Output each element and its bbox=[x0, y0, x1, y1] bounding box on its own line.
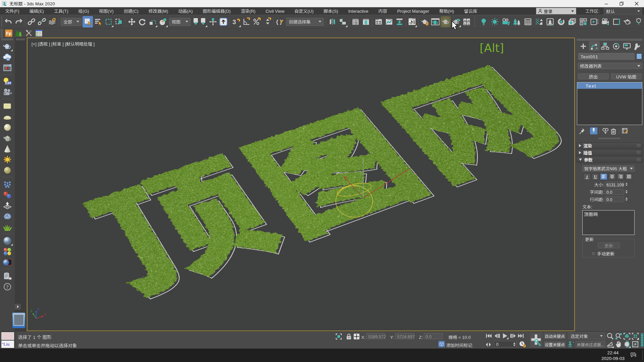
menu-15[interactable]: 内容 bbox=[373, 7, 392, 15]
time-config-button[interactable] bbox=[519, 341, 527, 348]
menu-7[interactable]: 修改器(M) bbox=[144, 7, 173, 15]
make-unique-button[interactable] bbox=[602, 127, 609, 134]
underline-button[interactable]: U bbox=[592, 173, 599, 180]
panel-grip[interactable] bbox=[577, 39, 642, 41]
orbit-button[interactable] bbox=[623, 340, 631, 348]
vray-help-button[interactable]: ? bbox=[2, 281, 13, 292]
lock-button[interactable] bbox=[345, 333, 353, 341]
menu-17[interactable]: 帮助(H) bbox=[434, 7, 459, 15]
menu-6[interactable]: 创建(C) bbox=[119, 7, 144, 15]
vray-vfb-button[interactable] bbox=[2, 62, 13, 73]
zoom-extents-button[interactable] bbox=[623, 332, 631, 340]
spinner-down-icon[interactable] bbox=[626, 185, 628, 186]
lc-bulb2-button[interactable] bbox=[633, 16, 644, 27]
render-setup-button[interactable] bbox=[420, 16, 430, 27]
geo-dome-button[interactable] bbox=[2, 111, 13, 122]
curve-editor-button[interactable] bbox=[384, 16, 394, 27]
coords-button[interactable] bbox=[353, 333, 361, 341]
lc-fire-button[interactable] bbox=[555, 16, 567, 27]
scale-button[interactable] bbox=[147, 16, 158, 27]
vray-sphere-big-button[interactable] bbox=[2, 235, 13, 246]
pivot-center-button[interactable] bbox=[192, 16, 208, 27]
configure-sets-button[interactable] bbox=[622, 127, 629, 134]
lc-camera-button[interactable] bbox=[500, 16, 511, 27]
taskbar-clock[interactable]: 22:442020-09-03 bbox=[601, 350, 625, 361]
maxscript-mini-listener[interactable]: "Liu bbox=[1, 341, 14, 348]
modifier-list-dropdown[interactable]: 修改器列表 bbox=[578, 63, 642, 69]
lc-grid-button[interactable] bbox=[578, 16, 589, 27]
font-dropdown[interactable]: 锐字驰黑武汉N95 大粗 bbox=[582, 165, 635, 172]
leading-field[interactable]: 0.0 bbox=[605, 196, 624, 202]
align-right-button[interactable] bbox=[617, 173, 624, 180]
ribbon-button[interactable] bbox=[373, 16, 384, 27]
mirror-button[interactable] bbox=[327, 16, 337, 27]
lc-sun-button[interactable] bbox=[489, 16, 500, 27]
percent-snap-button[interactable] bbox=[252, 16, 262, 27]
manual-update-checkbox[interactable] bbox=[591, 251, 596, 256]
menu-10[interactable]: 渲染(R) bbox=[236, 7, 261, 15]
go-end-button[interactable] bbox=[517, 332, 525, 340]
x-coordinate-field[interactable]: 5389.572 bbox=[366, 333, 385, 339]
selection-set-dropdown[interactable]: 选定对象 bbox=[568, 333, 605, 339]
update-button[interactable]: 更新 bbox=[598, 242, 620, 248]
geo-sphere-button[interactable] bbox=[2, 122, 13, 133]
menu-14[interactable]: Interactive bbox=[343, 7, 373, 15]
current-frame-field[interactable]: 0 bbox=[494, 341, 517, 347]
lc-bulb-button[interactable] bbox=[478, 16, 489, 27]
snap3-button[interactable]: 3 bbox=[231, 16, 241, 27]
align-left-button[interactable] bbox=[600, 173, 607, 180]
isolate-button[interactable] bbox=[335, 333, 343, 341]
rfw-button[interactable] bbox=[430, 16, 440, 27]
viewport-menu-standard[interactable]: [标准 ] bbox=[51, 41, 64, 47]
show-desktop-divider[interactable] bbox=[642, 350, 643, 361]
zoom-region-button[interactable] bbox=[606, 340, 614, 348]
named-selsets-button[interactable]: { } bbox=[275, 16, 285, 27]
spinner-down-icon[interactable] bbox=[626, 199, 628, 201]
kerning-field[interactable]: 0.0 bbox=[605, 189, 624, 195]
panel-splitter[interactable] bbox=[598, 138, 621, 139]
schematic-view-button[interactable] bbox=[394, 16, 405, 27]
place-button[interactable] bbox=[158, 16, 168, 27]
blue-frame-button[interactable] bbox=[12, 312, 25, 328]
kerning-spinner[interactable] bbox=[625, 189, 628, 195]
unlink-button[interactable] bbox=[37, 16, 47, 27]
select-by-name-button[interactable] bbox=[93, 16, 103, 27]
bind-spacewarp-button[interactable] bbox=[47, 16, 57, 27]
vray-teapot-button[interactable] bbox=[2, 41, 13, 52]
add-time-tag-label[interactable]: 添加时间标记 bbox=[446, 342, 472, 348]
leading-spinner[interactable] bbox=[625, 196, 628, 202]
geo-cone-button[interactable] bbox=[2, 143, 13, 154]
transform-gizmo[interactable] bbox=[28, 38, 574, 329]
prev-frame-button[interactable] bbox=[493, 332, 501, 340]
undo-button[interactable] bbox=[3, 16, 13, 27]
lc-video-button[interactable] bbox=[589, 16, 600, 27]
y-coordinate-field[interactable]: 5724.697 bbox=[395, 333, 414, 339]
menu-9[interactable]: 图形编辑器(D) bbox=[198, 7, 236, 15]
lc-frame-button[interactable] bbox=[611, 16, 622, 27]
menu-2[interactable]: 编辑(E) bbox=[24, 7, 49, 15]
object-name-field[interactable]: Text001 bbox=[578, 53, 635, 60]
vray-camera-button[interactable] bbox=[2, 87, 13, 98]
lc-camplus-button[interactable] bbox=[600, 16, 611, 27]
play-button[interactable] bbox=[501, 332, 509, 340]
menu-12[interactable]: 自定义(U) bbox=[289, 7, 319, 15]
next-frame-button[interactable] bbox=[509, 332, 517, 340]
vray-clipboard-button[interactable] bbox=[2, 270, 13, 281]
spinner-up-icon[interactable] bbox=[626, 190, 628, 191]
menu-8[interactable]: 动画(A) bbox=[173, 7, 198, 15]
pan-button[interactable] bbox=[614, 340, 623, 348]
scene-explorer-button[interactable] bbox=[361, 16, 371, 27]
vray-cloud-button[interactable] bbox=[2, 52, 13, 62]
extrude-modifier-button[interactable]: 挤出 bbox=[578, 73, 609, 79]
tab-hierarchy[interactable] bbox=[600, 41, 611, 51]
maximize-button[interactable] bbox=[614, 0, 629, 7]
close-button[interactable] bbox=[629, 0, 644, 7]
modifier-stack-item-text[interactable]: Text bbox=[577, 82, 642, 89]
key-filter-icon-button[interactable] bbox=[568, 341, 576, 348]
toolbar-grip[interactable] bbox=[1, 39, 13, 40]
toolbar-grip[interactable] bbox=[16, 39, 25, 40]
menu-13[interactable]: 脚本(S) bbox=[319, 7, 343, 15]
toolbar-grip[interactable] bbox=[1, 16, 2, 27]
menu-5[interactable]: 视图(V) bbox=[94, 7, 118, 15]
selection-filter-dropdown[interactable]: 全部 bbox=[61, 18, 82, 26]
